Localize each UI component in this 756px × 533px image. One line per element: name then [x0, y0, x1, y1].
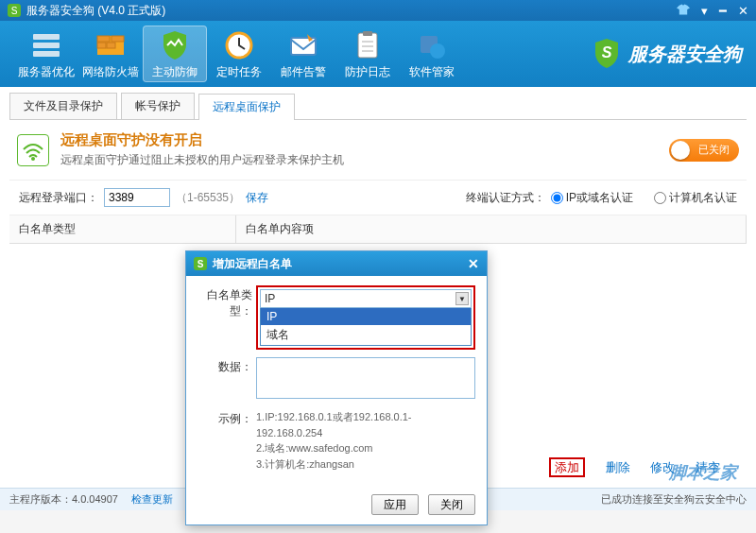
- tab-account-protection[interactable]: 帐号保护: [121, 93, 195, 119]
- port-save-link[interactable]: 保存: [246, 190, 268, 206]
- connection-status: 已成功连接至安全狗云安全中心: [601, 492, 747, 507]
- port-label: 远程登录端口：: [19, 190, 98, 206]
- dialog-title: 增加远程白名单: [213, 256, 292, 272]
- column-whitelist-type: 白名单类型: [9, 215, 236, 243]
- watermark: 脚本之家: [669, 461, 737, 484]
- svg-text:S: S: [602, 44, 612, 60]
- firewall-icon: [94, 28, 128, 62]
- app-logo-icon: S: [8, 4, 21, 17]
- software-icon: [415, 28, 449, 62]
- whitelist-type-label: 白名单类型：: [198, 285, 256, 319]
- example-line: 1.IP:192.168.0.1或者192.168.0.1-192.168.0.…: [256, 409, 475, 440]
- close-button[interactable]: ✕: [738, 4, 748, 18]
- shield-icon: [158, 28, 192, 62]
- dropdown-option-domain[interactable]: 域名: [261, 325, 471, 345]
- delete-link[interactable]: 删除: [606, 460, 630, 474]
- version-text: 主程序版本：4.0.04907: [9, 492, 118, 507]
- tool-label: 定时任务: [216, 64, 262, 80]
- toggle-label: 已关闭: [698, 143, 730, 157]
- svg-rect-2: [33, 51, 60, 57]
- brand-shield-icon: S: [593, 38, 621, 70]
- svg-rect-9: [291, 38, 316, 55]
- add-link[interactable]: 添加: [549, 457, 585, 477]
- tool-protection-log[interactable]: 防护日志: [335, 26, 400, 82]
- svg-rect-11: [363, 31, 372, 36]
- dropdown-option-ip[interactable]: IP: [261, 308, 471, 325]
- status-title: 远程桌面守护没有开启: [60, 131, 344, 149]
- tool-label: 邮件告警: [281, 64, 326, 80]
- svg-point-16: [430, 43, 445, 59]
- port-input[interactable]: [104, 188, 170, 207]
- check-update-link[interactable]: 检查更新: [131, 492, 173, 507]
- auth-hostname-option[interactable]: 计算机名认证: [654, 190, 737, 206]
- server-icon: [29, 28, 63, 62]
- svg-rect-0: [33, 34, 60, 40]
- auth-hostname-radio[interactable]: [654, 192, 666, 204]
- tool-label: 防护日志: [345, 64, 390, 80]
- whitelist-type-select[interactable]: IP ▼: [260, 289, 472, 308]
- auth-ip-radio[interactable]: [551, 192, 563, 204]
- svg-rect-10: [358, 33, 377, 58]
- tool-firewall[interactable]: 网络防火墙: [78, 26, 143, 82]
- tool-label: 主动防御: [152, 64, 198, 80]
- apply-button[interactable]: 应用: [371, 494, 419, 515]
- close-button[interactable]: 关闭: [428, 494, 475, 515]
- tool-mail-alerts[interactable]: 邮件告警: [271, 26, 335, 82]
- auth-ip-option[interactable]: IP或域名认证: [551, 190, 633, 206]
- brand-logo: S 服务器安全狗: [593, 38, 742, 70]
- tool-software-manager[interactable]: 软件管家: [400, 26, 464, 82]
- brand-text: 服务器安全狗: [628, 42, 742, 67]
- minimize-button[interactable]: ━: [719, 4, 727, 18]
- example-line: 3.计算机名:zhangsan: [256, 456, 475, 473]
- example-label: 示例：: [198, 409, 256, 427]
- svg-rect-7: [107, 43, 115, 48]
- port-range: （1-65535）: [176, 190, 240, 206]
- tool-label: 网络防火墙: [82, 64, 139, 80]
- dialog-logo-icon: S: [194, 257, 207, 270]
- theme-icon[interactable]: [677, 4, 690, 18]
- tool-label: 服务器优化: [18, 64, 75, 80]
- dropdown-icon[interactable]: ▾: [701, 4, 708, 18]
- add-whitelist-dialog: S 增加远程白名单 ✕ 白名单类型： IP ▼ IP 域名: [185, 250, 488, 525]
- tool-active-defense[interactable]: 主动防御: [143, 26, 207, 82]
- clock-icon: [222, 28, 256, 62]
- auth-method-label: 终端认证方式：: [466, 190, 545, 206]
- svg-point-18: [31, 157, 35, 161]
- remote-protection-toggle[interactable]: 已关闭: [669, 139, 739, 162]
- status-desc: 远程桌面守护通过阻止未授权的用户远程登录来保护主机: [60, 152, 344, 168]
- tab-file-protection[interactable]: 文件及目录保护: [9, 93, 117, 119]
- wifi-icon: [17, 134, 49, 166]
- column-whitelist-content: 白名单内容项: [236, 215, 747, 243]
- tab-remote-desktop[interactable]: 远程桌面保护: [198, 94, 295, 120]
- svg-rect-6: [97, 43, 106, 48]
- chevron-down-icon: ▼: [455, 292, 469, 305]
- whitelist-data-input[interactable]: [256, 357, 475, 399]
- tool-server-optimize[interactable]: 服务器优化: [14, 26, 78, 82]
- svg-rect-5: [112, 36, 124, 42]
- svg-rect-4: [97, 36, 110, 42]
- window-title: 服务器安全狗 (V4.0 正式版): [26, 3, 165, 19]
- mail-icon: [286, 28, 320, 62]
- data-label: 数据：: [198, 357, 256, 375]
- dialog-close-icon[interactable]: ✕: [468, 256, 479, 271]
- select-value: IP: [265, 292, 275, 305]
- tool-scheduled-tasks[interactable]: 定时任务: [207, 26, 271, 82]
- tool-label: 软件管家: [409, 64, 455, 80]
- example-line: 2.域名:www.safedog.com: [256, 440, 475, 456]
- svg-rect-1: [33, 43, 60, 48]
- whitelist-type-dropdown: IP 域名: [260, 308, 472, 346]
- log-icon: [351, 28, 385, 62]
